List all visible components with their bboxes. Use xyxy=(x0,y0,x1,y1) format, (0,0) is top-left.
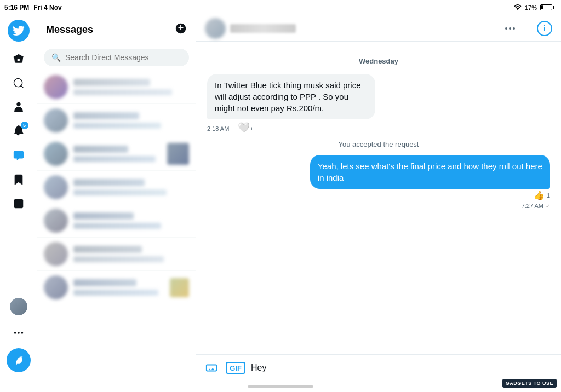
gif-button[interactable]: GIF xyxy=(226,362,245,374)
dm-panel-title: Messages xyxy=(46,24,93,36)
dm-item[interactable] xyxy=(37,71,196,104)
message-row-sent: Yeah, lets see what's the final price an… xyxy=(207,155,550,209)
dm-item[interactable] xyxy=(37,204,196,238)
home-indicator xyxy=(248,385,313,388)
chat-input-area: GIF xyxy=(196,354,561,381)
reaction-count: 1 xyxy=(547,192,550,199)
dm-panel-header: Messages xyxy=(37,15,196,44)
nav-home[interactable] xyxy=(8,48,30,70)
notification-badge: 5 xyxy=(21,122,28,129)
watermark: GADGETS TO USE xyxy=(502,379,557,388)
message-row-received: In Twitter Blue tick thing musk said pri… xyxy=(207,74,550,134)
dm-list xyxy=(37,71,196,381)
status-date: Fri 4 Nov xyxy=(33,4,61,11)
thumbs-up-emoji: 👍 xyxy=(534,190,545,200)
received-timestamp: 2:18 AM xyxy=(207,125,229,132)
dm-item[interactable] xyxy=(37,171,196,204)
nav-communities[interactable] xyxy=(8,96,30,118)
left-nav: 5 xyxy=(0,15,37,381)
date-divider: Wednesday xyxy=(207,57,550,65)
image-attach-button[interactable] xyxy=(203,359,220,377)
compose-button[interactable] xyxy=(7,348,31,372)
sent-timestamp: 7:27 AM xyxy=(522,203,543,209)
system-message: You accepted the request xyxy=(207,140,550,148)
nav-search[interactable] xyxy=(8,72,30,94)
chat-panel: i Wednesday In Twitter Blue tick thing m… xyxy=(196,15,561,381)
chat-avatar-blurred xyxy=(205,18,226,39)
svg-point-1 xyxy=(14,332,16,334)
more-options[interactable] xyxy=(505,27,515,30)
sent-bubble: Yeah, lets see what's the final price an… xyxy=(310,155,550,189)
chat-name-blurred xyxy=(230,24,296,33)
wifi-icon xyxy=(514,4,522,11)
info-button[interactable]: i xyxy=(537,21,552,36)
message-input[interactable] xyxy=(251,363,554,373)
new-message-button[interactable] xyxy=(175,22,187,37)
nav-messages[interactable] xyxy=(8,145,30,166)
svg-point-2 xyxy=(18,332,20,334)
status-time: 5:16 PM xyxy=(4,4,29,11)
message-checkmark: ✓ xyxy=(546,203,550,209)
battery-percent: 17% xyxy=(525,4,537,11)
received-bubble: In Twitter Blue tick thing musk said pri… xyxy=(207,74,375,119)
twitter-logo[interactable] xyxy=(8,20,30,42)
bottom-bar xyxy=(0,381,561,392)
svg-point-0 xyxy=(517,9,518,10)
search-icon: 🔍 xyxy=(51,53,61,62)
dm-item[interactable] xyxy=(37,271,196,304)
nav-notifications[interactable]: 5 xyxy=(8,120,30,142)
search-bar[interactable]: 🔍 xyxy=(44,49,189,66)
dm-panel: Messages 🔍 xyxy=(37,15,196,381)
nav-lists[interactable] xyxy=(8,193,30,215)
chat-messages: Wednesday In Twitter Blue tick thing mus… xyxy=(196,42,561,354)
nav-more[interactable] xyxy=(8,322,30,344)
chat-header-profile: i xyxy=(196,15,561,42)
heart-reaction-button[interactable]: 🤍+ xyxy=(238,122,253,134)
dm-item[interactable] xyxy=(37,104,196,137)
nav-profile[interactable] xyxy=(8,296,30,318)
search-input[interactable] xyxy=(65,53,181,62)
dm-item[interactable] xyxy=(37,238,196,271)
nav-bottom xyxy=(7,296,31,377)
status-bar: 5:16 PM Fri 4 Nov 17% xyxy=(0,0,561,15)
svg-point-3 xyxy=(21,332,23,334)
nav-bookmarks[interactable] xyxy=(8,169,30,191)
battery-icon xyxy=(540,4,554,10)
dm-item[interactable] xyxy=(37,137,196,171)
